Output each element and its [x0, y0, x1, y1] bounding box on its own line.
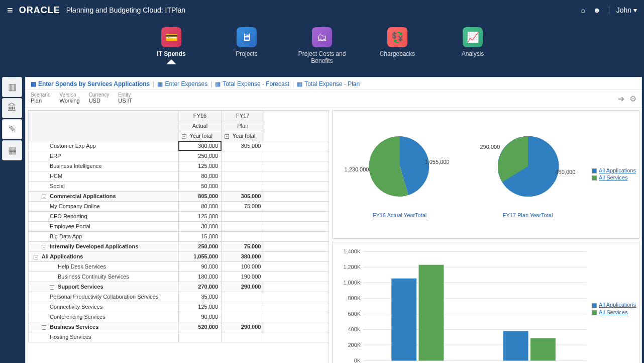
analysis-icon: 📈 — [463, 27, 483, 47]
grid-cell[interactable]: 35,000 — [178, 292, 221, 302]
row-header[interactable]: Personal Productivity Collaboration Serv… — [29, 292, 179, 302]
form-icon: ▦ — [157, 80, 163, 87]
row-header[interactable]: My Company Online — [29, 201, 179, 211]
grid-cell[interactable]: 75,000 — [222, 201, 264, 211]
grid-cell[interactable]: 125,000 — [178, 302, 221, 312]
row-header[interactable]: - All Applications — [29, 251, 179, 261]
rail-edit-icon[interactable]: ✎ — [2, 119, 22, 139]
grid-cell[interactable]: 125,000 — [178, 161, 221, 171]
pov-item[interactable]: VersionWorking — [59, 92, 79, 104]
grid-cell[interactable]: 180,000 — [178, 271, 221, 282]
row-header[interactable]: Customer Exp App — [29, 141, 179, 151]
grid-cell[interactable]: 290,000 — [222, 282, 264, 292]
row-header[interactable]: Social — [29, 181, 179, 191]
grid-cell[interactable]: 805,000 — [178, 191, 221, 201]
row-header[interactable]: Connectivity Services — [29, 302, 179, 312]
grid-scroll[interactable]: FY16FY17ActualPlan+ YearTotal+ YearTotal… — [28, 111, 329, 363]
grid-cell[interactable] — [222, 312, 264, 322]
user-label: John — [616, 6, 631, 14]
row-header[interactable]: Big Data App — [29, 231, 179, 241]
grid-cell[interactable]: 520,000 — [178, 322, 221, 332]
grid-cell[interactable]: 15,000 — [178, 231, 221, 241]
row-header[interactable]: Conferencing Services — [29, 312, 179, 322]
row-header[interactable]: HCM — [29, 171, 179, 181]
row-header[interactable]: Business Continuity Services — [29, 271, 179, 282]
bar-legend-apps[interactable]: All Applications — [599, 302, 636, 308]
svg-text:800K: 800K — [348, 295, 361, 301]
pov-item[interactable]: CurrencyUSD — [89, 92, 110, 104]
nav-tab-itspends[interactable]: 💳IT Spends — [144, 27, 199, 72]
rail-grid-icon[interactable]: ▦ — [2, 140, 22, 160]
grid-cell[interactable]: 80,000 — [178, 201, 221, 211]
nav-tab-projects[interactable]: 🖥Projects — [219, 27, 274, 72]
row-header[interactable]: - Commercial Applications — [29, 191, 179, 201]
grid-cell[interactable]: 300,000 — [178, 141, 221, 151]
pie-fy17-caption[interactable]: FY17 Plan YearTotal — [483, 212, 573, 218]
grid-cell[interactable]: 1,055,000 — [178, 251, 221, 261]
grid-cell[interactable] — [222, 332, 264, 342]
grid-cell[interactable]: 380,000 — [222, 251, 264, 261]
main-wrap: ▥ 🏛 ✎ ▦ ▦ Enter Spends by Services Appli… — [0, 77, 644, 363]
grid-cell[interactable]: 305,000 — [222, 191, 264, 201]
grid-cell[interactable] — [222, 302, 264, 312]
grid-cell[interactable]: 100,000 — [222, 261, 264, 271]
grid-cell[interactable]: 125,000 — [178, 211, 221, 221]
grid-cell[interactable]: 90,000 — [178, 312, 221, 322]
svg-text:1,200K: 1,200K — [344, 264, 361, 270]
grid-cell[interactable] — [178, 332, 221, 342]
nav-tab-pcb[interactable]: 🗂Project Costs and Benefits — [294, 27, 350, 72]
grid-cell[interactable]: 80,000 — [178, 171, 221, 181]
grid-cell[interactable]: 290,000 — [222, 322, 264, 332]
row-header[interactable]: Help Desk Services — [29, 261, 179, 271]
nav-tab-analysis[interactable]: 📈Analysis — [445, 27, 500, 72]
grid-cell[interactable] — [222, 161, 264, 171]
grid-cell[interactable]: 250,000 — [178, 241, 221, 251]
menu-icon[interactable]: ≡ — [7, 5, 13, 16]
row-header[interactable]: Hosting Services — [29, 332, 179, 342]
grid-cell[interactable]: 250,000 — [178, 151, 221, 161]
pie-fy16-svcs-label: 1,230,000 — [345, 166, 369, 172]
gear-icon[interactable]: ⚙ — [629, 94, 636, 104]
row-header[interactable]: - Internally Developed Applications — [29, 241, 179, 251]
sub-tab[interactable]: ▦ Enter Spends by Services Applications — [31, 80, 150, 87]
legend-apps[interactable]: All Applications — [599, 167, 636, 173]
data-grid[interactable]: FY16FY17ActualPlan+ YearTotal+ YearTotal… — [28, 111, 329, 342]
user-menu[interactable]: John ▾ — [609, 6, 637, 14]
home-icon[interactable]: ⌂ — [581, 6, 585, 14]
row-header[interactable]: ERP — [29, 151, 179, 161]
row-header[interactable]: Business Intelligence — [29, 161, 179, 171]
row-header[interactable]: CEO Reporting — [29, 211, 179, 221]
svg-text:0K: 0K — [354, 357, 361, 363]
grid-cell[interactable] — [222, 171, 264, 181]
grid-cell[interactable]: 30,000 — [178, 221, 221, 231]
go-icon[interactable]: ➔ — [618, 94, 624, 104]
grid-cell[interactable]: 190,000 — [222, 271, 264, 282]
legend-svcs[interactable]: All Services — [599, 174, 627, 180]
row-header[interactable]: Employee Portal — [29, 221, 179, 231]
rail-chart-icon[interactable]: ▥ — [2, 77, 22, 97]
grid-cell[interactable] — [222, 181, 264, 191]
nav-tab-chargebacks[interactable]: 💱Chargebacks — [370, 27, 425, 72]
pie-fy16-caption[interactable]: FY16 Actual YearTotal — [355, 212, 445, 218]
grid-cell[interactable] — [222, 231, 264, 241]
itspends-icon: 💳 — [161, 27, 181, 47]
row-header[interactable]: - Business Services — [29, 322, 179, 332]
sub-tab[interactable]: ▦ Total Expense - Plan — [297, 80, 360, 87]
grid-cell[interactable]: 50,000 — [178, 181, 221, 191]
grid-cell[interactable]: 90,000 — [178, 261, 221, 271]
bar-legend-svcs[interactable]: All Services — [599, 309, 627, 315]
grid-cell[interactable] — [222, 211, 264, 221]
accessibility-icon[interactable]: ☻ — [593, 6, 601, 14]
pov-item[interactable]: EntityUS IT — [118, 92, 132, 104]
sub-tab[interactable]: ▦ Total Expense - Forecast — [215, 80, 289, 87]
grid-cell[interactable]: 270,000 — [178, 282, 221, 292]
row-header[interactable]: - Support Services — [29, 282, 179, 292]
grid-cell[interactable]: 305,000 — [222, 141, 264, 151]
grid-cell[interactable] — [222, 221, 264, 231]
rail-bank-icon[interactable]: 🏛 — [2, 98, 22, 118]
grid-cell[interactable] — [222, 292, 264, 302]
grid-cell[interactable] — [222, 151, 264, 161]
grid-cell[interactable]: 75,000 — [222, 241, 264, 251]
pov-item[interactable]: ScenarioPlan — [31, 92, 50, 104]
sub-tab[interactable]: ▦ Enter Expenses — [157, 80, 207, 87]
